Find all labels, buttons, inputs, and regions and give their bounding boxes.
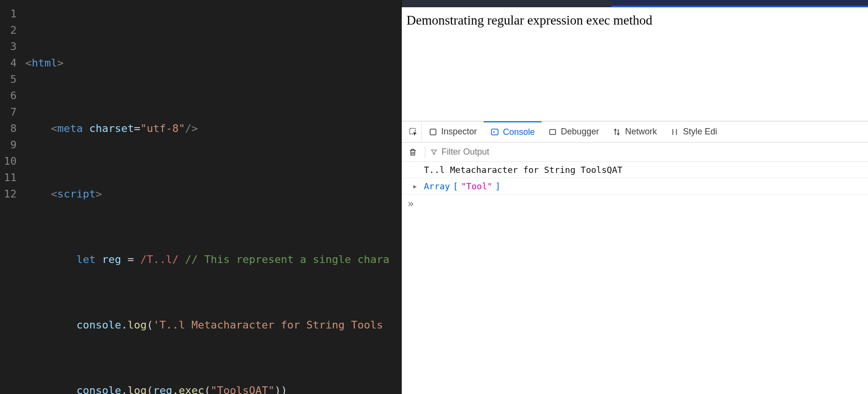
identifier: console xyxy=(76,384,121,394)
trash-icon xyxy=(408,148,417,157)
tag-bracket: < xyxy=(51,188,57,200)
tab-label: Network xyxy=(625,127,657,137)
tab-network[interactable]: Network xyxy=(606,121,664,142)
code-line[interactable]: let reg = /T..l/ // This represent a sin… xyxy=(26,251,390,268)
toolbar-divider xyxy=(425,146,425,158)
console-array-row[interactable]: ▶ Array [ "Tool" ] xyxy=(402,178,868,195)
line-number: 4 xyxy=(4,55,17,71)
bracket: ] xyxy=(495,181,501,191)
console-filter-input[interactable] xyxy=(442,147,864,157)
dot: . xyxy=(172,384,178,394)
paren: ( xyxy=(204,384,210,394)
tab-debugger[interactable]: Debugger xyxy=(542,121,606,142)
browser-chrome xyxy=(402,0,868,7)
line-number: 11 xyxy=(4,170,17,186)
tag-bracket: /> xyxy=(185,122,198,134)
code-line[interactable]: <script> xyxy=(26,186,390,202)
element-picker-button[interactable] xyxy=(405,121,422,142)
line-number-gutter: 1 2 3 4 5 6 7 8 9 10 11 12 xyxy=(0,0,26,394)
bracket: [ xyxy=(453,181,458,191)
page-content: Demonstrating regular expression exec me… xyxy=(402,7,868,121)
identifier: console xyxy=(76,319,121,331)
equals: = xyxy=(134,122,140,134)
code-line[interactable]: <html> xyxy=(26,55,390,71)
dot: . xyxy=(121,319,127,331)
string-literal: 'T..l Metacharacter for String Tools xyxy=(153,319,383,331)
tag-name: html xyxy=(32,57,57,69)
paren: ) xyxy=(274,384,281,394)
line-number: 3 xyxy=(4,39,17,55)
method: exec xyxy=(178,384,204,394)
inspector-icon xyxy=(429,128,437,136)
line-number: 9 xyxy=(4,137,17,153)
paren: ( xyxy=(147,319,153,331)
attr-value: "utf-8" xyxy=(140,122,185,134)
tab-label: Inspector xyxy=(441,127,477,137)
line-number: 1 xyxy=(4,6,17,22)
console-log-row[interactable]: T..l Metacharacter for String ToolsQAT xyxy=(402,162,868,178)
dot: . xyxy=(121,384,127,394)
filter-icon xyxy=(430,148,438,156)
line-number: 7 xyxy=(4,104,17,120)
clear-console-button[interactable] xyxy=(406,145,420,159)
code-editor[interactable]: 1 2 3 4 5 6 7 8 9 10 11 12 <html> <meta … xyxy=(0,0,401,394)
console-output[interactable]: T..l Metacharacter for String ToolsQAT ▶… xyxy=(402,162,868,394)
devtools: Inspector Console Debugger Network Style… xyxy=(402,121,868,394)
regex-literal: /T..l/ xyxy=(140,253,178,265)
tag-bracket: > xyxy=(57,57,64,69)
tab-style-editor[interactable]: Style Edi xyxy=(664,121,724,142)
method: log xyxy=(127,319,147,331)
attr-name: charset xyxy=(89,122,134,134)
space xyxy=(95,253,102,265)
tab-label: Console xyxy=(503,127,535,137)
element-picker-icon xyxy=(408,127,418,137)
style-editor-icon xyxy=(670,128,679,136)
tag-name: script xyxy=(57,188,95,200)
equals: = xyxy=(121,253,140,265)
space xyxy=(178,253,185,265)
console-log-text: T..l Metacharacter for String ToolsQAT xyxy=(424,165,623,175)
tag-bracket: < xyxy=(51,122,57,134)
tab-inspector[interactable]: Inspector xyxy=(422,121,484,142)
line-number: 5 xyxy=(4,71,17,88)
page-heading: Demonstrating regular expression exec me… xyxy=(407,13,652,27)
console-toolbar xyxy=(402,143,868,162)
svg-rect-1 xyxy=(430,129,436,135)
line-number: 10 xyxy=(4,153,17,170)
prompt-icon: » xyxy=(407,197,414,210)
tab-label: Style Edi xyxy=(683,127,717,137)
keyword: let xyxy=(76,253,95,265)
filter-wrap xyxy=(430,147,864,157)
code-area[interactable]: <html> <meta charset="utf-8"/> <script> … xyxy=(26,0,390,394)
svg-rect-3 xyxy=(550,129,556,134)
line-number: 6 xyxy=(4,88,17,104)
identifier: reg xyxy=(102,253,121,265)
array-label: Array xyxy=(424,181,450,191)
tag-bracket: < xyxy=(26,57,32,69)
comment: // This represent a single chara xyxy=(185,253,390,265)
code-line[interactable]: console.log('T..l Metacharacter for Stri… xyxy=(26,317,390,333)
line-number: 8 xyxy=(4,120,17,137)
tab-label: Debugger xyxy=(561,127,599,137)
string-literal: "ToolsQAT" xyxy=(211,384,274,394)
space xyxy=(83,122,89,134)
code-line[interactable]: console.log(reg.exec("ToolsQAT")) xyxy=(26,382,390,394)
code-line[interactable]: <meta charset="utf-8"/> xyxy=(26,120,390,137)
browser-window: Demonstrating regular expression exec me… xyxy=(401,0,868,394)
line-number: 2 xyxy=(4,22,17,39)
line-number: 12 xyxy=(4,186,17,202)
url-bar[interactable] xyxy=(611,0,868,7)
expand-triangle-icon[interactable]: ▶ xyxy=(413,183,417,190)
tab-console[interactable]: Console xyxy=(484,121,542,142)
array-value: "Tool" xyxy=(461,181,492,191)
paren: ) xyxy=(281,384,287,394)
console-icon xyxy=(490,128,499,136)
tag-bracket: > xyxy=(95,188,102,200)
paren: ( xyxy=(147,384,153,394)
network-icon xyxy=(612,128,621,136)
tag-name: meta xyxy=(57,122,83,134)
identifier: reg xyxy=(153,384,172,394)
debugger-icon xyxy=(548,128,557,136)
console-prompt[interactable]: » xyxy=(402,195,868,212)
devtools-tabs: Inspector Console Debugger Network Style… xyxy=(402,121,868,143)
